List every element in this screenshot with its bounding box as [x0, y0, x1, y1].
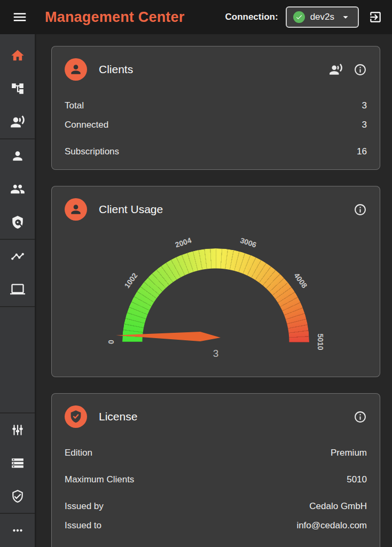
- license-shield-icon: [65, 405, 87, 428]
- sidebar-item-streams[interactable]: [0, 249, 35, 264]
- gauge-tick-label: 4008: [292, 271, 309, 290]
- sidebar-item-roles[interactable]: [0, 215, 35, 230]
- clients-info-button[interactable]: [354, 63, 367, 76]
- gauge-tick-labels: 010022004300640085010: [122, 248, 309, 342]
- gauge-needle: [116, 330, 223, 344]
- sidebar-divider: [0, 138, 35, 139]
- connection-select[interactable]: dev2s: [286, 6, 359, 28]
- info-icon: [354, 63, 367, 76]
- more-icon: [11, 523, 25, 537]
- license-row-max-clients: Maximum Clients 5010: [65, 474, 367, 486]
- client-voice-icon: [10, 114, 25, 129]
- gauge-value: 3: [213, 348, 219, 360]
- license-row-issued-by: Issued by Cedalo GmbH: [65, 501, 367, 512]
- stat-value: 16: [357, 146, 367, 158]
- client-usage-card-title: Client Usage: [99, 203, 163, 216]
- stat-value: 3: [362, 100, 367, 112]
- sidebar-divider: [0, 239, 35, 240]
- license-card: License Edition Premium Maximum Clients …: [51, 393, 380, 547]
- stat-label: Total: [65, 100, 84, 112]
- stat-label: Issued to: [65, 520, 101, 532]
- connection-label: Connection:: [225, 12, 278, 22]
- main-content: Clients Total 3 Connected 3: [38, 34, 392, 547]
- sidebar-item-topic-tree[interactable]: [0, 81, 35, 96]
- client-usage-info-button[interactable]: [354, 203, 367, 216]
- license-row-issued-to: Issued to info@cedalo.com: [65, 520, 367, 532]
- stat-label: Issued by: [65, 501, 104, 512]
- topic-tree-icon: [11, 82, 25, 96]
- sidebar-item-connections[interactable]: [0, 456, 35, 471]
- gauge-tick-label: 5010: [316, 333, 325, 350]
- info-icon: [354, 203, 367, 216]
- gauge-tick-label: 2004: [174, 236, 193, 249]
- stat-row-total: Total 3: [65, 100, 367, 112]
- license-card-title: License: [99, 410, 137, 423]
- server-list-icon: [11, 456, 25, 470]
- gauge-tick-label: 0: [107, 340, 115, 344]
- stat-label: Connected: [65, 119, 108, 131]
- stat-row-subscriptions: Subscriptions 16: [65, 146, 367, 158]
- sidebar-item-home[interactable]: [0, 48, 35, 63]
- timeline-icon: [11, 249, 25, 263]
- sidebar-item-terminal[interactable]: [0, 282, 35, 297]
- client-usage-gauge: 010022004300640085010 3: [122, 248, 309, 365]
- sidebar-item-settings[interactable]: [0, 423, 35, 437]
- logout-icon: [369, 10, 382, 24]
- sidebar-spacer: [0, 307, 35, 412]
- client-voice-button[interactable]: [329, 62, 343, 76]
- stat-value: 3: [362, 119, 367, 131]
- management-center-app: Management Center Connection: dev2s: [0, 0, 392, 547]
- sidebar-item-clients[interactable]: [0, 114, 35, 129]
- client-voice-icon: [329, 62, 343, 76]
- gauge-tick-label: 1002: [123, 271, 139, 290]
- sidebar-item-more[interactable]: [0, 523, 35, 538]
- groups-icon: [10, 182, 25, 197]
- user-icon: [11, 149, 25, 163]
- stat-row-connected: Connected 3: [65, 119, 367, 131]
- sidebar-item-user[interactable]: [0, 149, 35, 163]
- shield-check-icon: [11, 489, 25, 503]
- chevron-down-icon: [340, 11, 351, 23]
- stat-value: Cedalo GmbH: [309, 501, 367, 512]
- stat-value: Premium: [331, 447, 367, 459]
- clients-avatar-icon: [65, 58, 87, 81]
- sidebar-item-groups[interactable]: [0, 182, 35, 197]
- license-info-button[interactable]: [354, 410, 367, 424]
- stat-value: 5010: [347, 474, 367, 486]
- sidebar-divider: [0, 513, 35, 514]
- stat-label: Edition: [65, 447, 92, 459]
- menu-icon: [12, 9, 28, 25]
- sidebar-item-certificates[interactable]: [0, 489, 35, 504]
- menu-button[interactable]: [11, 8, 29, 26]
- client-usage-card: Client Usage 010022004300640085010 3: [51, 186, 380, 377]
- topbar: Management Center Connection: dev2s: [0, 0, 392, 34]
- client-usage-avatar-icon: [65, 198, 87, 221]
- terminal-laptop-icon: [10, 282, 25, 297]
- info-icon: [354, 410, 367, 424]
- sliders-icon: [11, 423, 25, 437]
- home-icon: [10, 48, 25, 63]
- logout-button[interactable]: [369, 10, 382, 24]
- status-ok-icon: [293, 11, 305, 23]
- connection-name: dev2s: [310, 12, 334, 22]
- sidebar: [0, 34, 36, 547]
- gauge-tick-label: 3006: [239, 236, 257, 249]
- stat-label: Subscriptions: [65, 146, 119, 158]
- stat-value: info@cedalo.com: [296, 520, 367, 532]
- clients-card-title: Clients: [99, 63, 133, 76]
- app-title: Management Center: [45, 9, 184, 26]
- clients-card: Clients Total 3 Connected 3: [51, 46, 380, 170]
- stat-label: Maximum Clients: [65, 474, 134, 486]
- shield-search-icon: [11, 215, 25, 229]
- license-row-edition: Edition Premium: [65, 447, 367, 459]
- sidebar-divider: [0, 412, 35, 413]
